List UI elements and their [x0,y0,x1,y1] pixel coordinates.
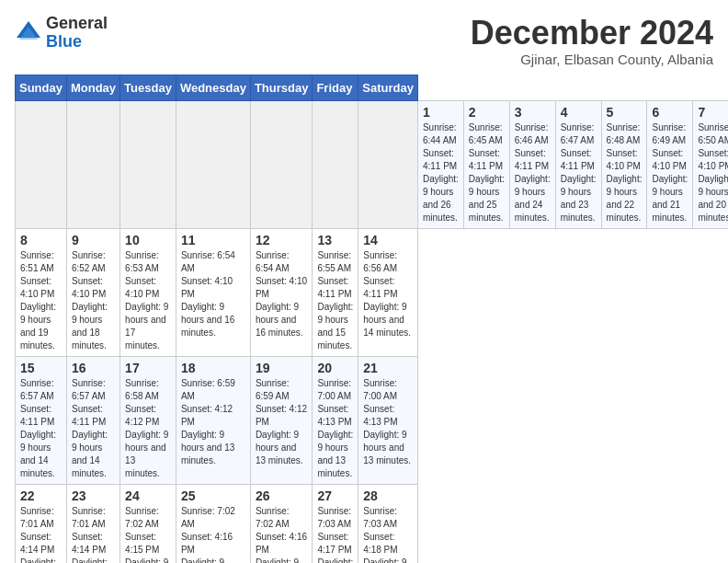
calendar-table: SundayMondayTuesdayWednesdayThursdayFrid… [15,75,728,563]
day-cell: 19 Sunrise: 6:59 AMSunset: 4:12 PMDaylig… [250,356,313,484]
day-cell: 2 Sunrise: 6:45 AMSunset: 4:11 PMDayligh… [463,100,509,228]
day-info: Sunrise: 7:02 AMSunset: 4:16 PMDaylight:… [181,506,235,563]
page-header: General Blue December 2024 Gjinar, Elbas… [15,15,713,67]
day-number: 9 [72,233,115,247]
day-info: Sunrise: 6:51 AMSunset: 4:10 PMDaylight:… [20,250,56,350]
day-cell: 11 Sunrise: 6:54 AMSunset: 4:10 PMDaylig… [176,228,250,356]
day-number: 10 [125,233,171,247]
day-cell: 27 Sunrise: 7:03 AMSunset: 4:17 PMDaylig… [313,484,358,563]
day-number: 17 [125,361,171,375]
day-info: Sunrise: 7:03 AMSunset: 4:18 PMDaylight:… [363,506,411,563]
header-wednesday: Wednesday [176,75,250,100]
header-sunday: Sunday [16,75,67,100]
day-number: 18 [181,361,245,375]
day-number: 5 [607,105,643,120]
day-cell [16,100,67,228]
day-info: Sunrise: 7:01 AMSunset: 4:14 PMDaylight:… [72,506,108,563]
day-number: 25 [181,488,245,503]
day-number: 13 [317,233,353,247]
day-info: Sunrise: 6:53 AMSunset: 4:10 PMDaylight:… [125,250,168,350]
header-friday: Friday [313,75,358,100]
day-cell: 16 Sunrise: 6:57 AMSunset: 4:11 PMDaylig… [66,356,119,484]
calendar-header-row: SundayMondayTuesdayWednesdayThursdayFrid… [16,75,729,100]
day-cell [250,100,313,228]
day-number: 28 [363,488,413,503]
day-number: 7 [698,105,728,120]
day-number: 24 [125,488,171,503]
day-number: 16 [72,361,115,375]
day-info: Sunrise: 6:45 AMSunset: 4:11 PMDaylight:… [469,122,505,223]
day-cell: 14 Sunrise: 6:56 AMSunset: 4:11 PMDaylig… [358,228,418,356]
day-cell: 6 Sunrise: 6:49 AMSunset: 4:10 PMDayligh… [647,100,693,228]
day-cell: 10 Sunrise: 6:53 AMSunset: 4:10 PMDaylig… [120,228,176,356]
header-saturday: Saturday [358,75,418,100]
day-cell: 9 Sunrise: 6:52 AMSunset: 4:10 PMDayligh… [66,228,119,356]
day-number: 15 [20,361,62,375]
day-number: 27 [317,488,353,503]
day-number: 3 [515,105,551,120]
day-number: 21 [363,361,413,375]
day-info: Sunrise: 7:00 AMSunset: 4:13 PMDaylight:… [363,378,411,465]
day-info: Sunrise: 7:02 AMSunset: 4:16 PMDaylight:… [256,506,307,563]
logo-text: General Blue [46,15,108,52]
location: Gjinar, Elbasan County, Albania [471,52,713,67]
day-info: Sunrise: 6:47 AMSunset: 4:11 PMDaylight:… [561,122,597,223]
day-info: Sunrise: 6:48 AMSunset: 4:10 PMDaylight:… [607,122,643,223]
day-info: Sunrise: 6:58 AMSunset: 4:12 PMDaylight:… [125,378,168,478]
day-info: Sunrise: 6:57 AMSunset: 4:11 PMDaylight:… [72,378,108,478]
day-cell: 1 Sunrise: 6:44 AMSunset: 4:11 PMDayligh… [417,100,463,228]
day-cell [313,100,358,228]
day-cell [358,100,418,228]
day-info: Sunrise: 6:57 AMSunset: 4:11 PMDaylight:… [20,378,56,478]
header-monday: Monday [66,75,119,100]
day-number: 20 [317,361,353,375]
logo-blue: Blue [46,32,82,51]
day-number: 23 [72,488,115,503]
day-info: Sunrise: 6:46 AMSunset: 4:11 PMDaylight:… [515,122,551,223]
title-block: December 2024 Gjinar, Elbasan County, Al… [471,15,713,67]
day-number: 14 [363,233,413,247]
day-number: 22 [20,488,62,503]
day-number: 11 [181,233,245,247]
day-cell: 28 Sunrise: 7:03 AMSunset: 4:18 PMDaylig… [358,484,418,563]
day-cell: 12 Sunrise: 6:54 AMSunset: 4:10 PMDaylig… [250,228,313,356]
day-cell: 7 Sunrise: 6:50 AMSunset: 4:10 PMDayligh… [693,100,728,228]
header-tuesday: Tuesday [120,75,176,100]
day-cell: 8 Sunrise: 6:51 AMSunset: 4:10 PMDayligh… [16,228,67,356]
day-cell: 13 Sunrise: 6:55 AMSunset: 4:11 PMDaylig… [313,228,358,356]
day-cell: 26 Sunrise: 7:02 AMSunset: 4:16 PMDaylig… [250,484,313,563]
day-number: 4 [561,105,597,120]
day-cell: 24 Sunrise: 7:02 AMSunset: 4:15 PMDaylig… [120,484,176,563]
day-cell: 5 Sunrise: 6:48 AMSunset: 4:10 PMDayligh… [601,100,647,228]
day-info: Sunrise: 6:56 AMSunset: 4:11 PMDaylight:… [363,250,411,338]
week-row-4: 22 Sunrise: 7:01 AMSunset: 4:14 PMDaylig… [16,484,729,563]
day-info: Sunrise: 6:52 AMSunset: 4:10 PMDaylight:… [72,250,108,350]
day-number: 12 [256,233,308,247]
month-title: December 2024 [471,15,713,52]
day-cell [120,100,176,228]
day-info: Sunrise: 7:03 AMSunset: 4:17 PMDaylight:… [317,506,353,563]
day-cell: 3 Sunrise: 6:46 AMSunset: 4:11 PMDayligh… [509,100,555,228]
day-info: Sunrise: 6:55 AMSunset: 4:11 PMDaylight:… [317,250,353,350]
day-info: Sunrise: 6:59 AMSunset: 4:12 PMDaylight:… [256,378,307,465]
logo: General Blue [15,15,108,52]
day-info: Sunrise: 6:54 AMSunset: 4:10 PMDaylight:… [181,250,235,338]
day-cell [66,100,119,228]
day-info: Sunrise: 7:01 AMSunset: 4:14 PMDaylight:… [20,506,56,563]
day-cell: 17 Sunrise: 6:58 AMSunset: 4:12 PMDaylig… [120,356,176,484]
day-cell: 18 Sunrise: 6:59 AMSunset: 4:12 PMDaylig… [176,356,250,484]
day-info: Sunrise: 6:44 AMSunset: 4:11 PMDaylight:… [423,122,459,223]
logo-icon [15,19,42,47]
day-cell: 4 Sunrise: 6:47 AMSunset: 4:11 PMDayligh… [555,100,601,228]
day-cell: 25 Sunrise: 7:02 AMSunset: 4:16 PMDaylig… [176,484,250,563]
header-thursday: Thursday [250,75,313,100]
day-info: Sunrise: 7:00 AMSunset: 4:13 PMDaylight:… [317,378,353,478]
week-row-3: 15 Sunrise: 6:57 AMSunset: 4:11 PMDaylig… [16,356,729,484]
day-cell: 15 Sunrise: 6:57 AMSunset: 4:11 PMDaylig… [16,356,67,484]
day-info: Sunrise: 7:02 AMSunset: 4:15 PMDaylight:… [125,506,168,563]
day-number: 8 [20,233,62,247]
week-row-2: 8 Sunrise: 6:51 AMSunset: 4:10 PMDayligh… [16,228,729,356]
day-cell: 20 Sunrise: 7:00 AMSunset: 4:13 PMDaylig… [313,356,358,484]
day-cell: 22 Sunrise: 7:01 AMSunset: 4:14 PMDaylig… [16,484,67,563]
day-number: 2 [469,105,505,120]
